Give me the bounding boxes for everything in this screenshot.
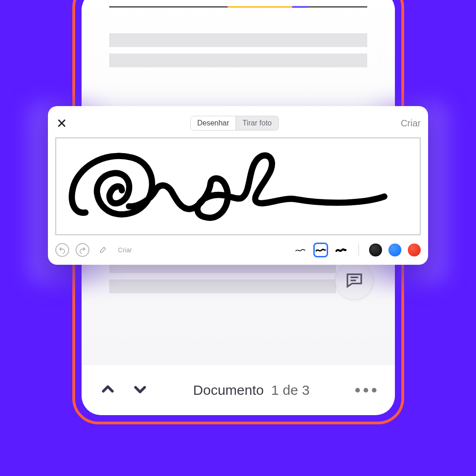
chat-icon <box>345 271 364 290</box>
signature-drawing <box>56 138 420 234</box>
toolbar-label: Criar <box>118 246 132 254</box>
document-title: Documento 1 de 3 <box>148 382 355 398</box>
thickness-medium-icon <box>315 247 326 253</box>
undo-icon <box>59 246 66 254</box>
text-placeholder <box>109 280 336 293</box>
toolbar-divider <box>358 244 359 256</box>
color-blue[interactable] <box>388 244 401 256</box>
prev-document-button[interactable] <box>100 381 116 399</box>
thickness-thick[interactable] <box>334 243 348 257</box>
eraser-icon <box>99 246 106 254</box>
more-options-button[interactable] <box>355 388 376 393</box>
tab-draw[interactable]: Desenhar <box>190 116 236 131</box>
color-black[interactable] <box>369 244 382 256</box>
text-placeholder <box>109 33 367 47</box>
thickness-thick-icon <box>335 247 347 253</box>
eraser-button[interactable] <box>96 243 110 257</box>
chevron-up-icon <box>100 381 116 397</box>
redo-button[interactable] <box>76 243 89 257</box>
text-block <box>109 259 367 300</box>
document-nav-bar: Documento 1 de 3 <box>82 364 395 415</box>
close-button[interactable] <box>55 117 68 130</box>
thickness-selector <box>293 243 348 257</box>
chevron-down-icon <box>132 381 148 397</box>
thickness-thin[interactable] <box>293 243 308 257</box>
signature-canvas[interactable] <box>55 137 421 235</box>
undo-button[interactable] <box>55 243 69 257</box>
close-icon <box>57 118 67 128</box>
document-position: 1 de 3 <box>271 382 310 398</box>
tab-photo[interactable]: Tirar foto <box>236 116 278 131</box>
comments-button[interactable] <box>335 261 374 300</box>
highlight-marker <box>228 6 292 8</box>
next-document-button[interactable] <box>132 381 148 399</box>
signature-modal: Desenhar Tirar foto Criar Criar <box>48 106 428 265</box>
document-label: Documento <box>193 382 264 398</box>
redo-icon <box>79 246 86 254</box>
document-line <box>109 6 367 7</box>
text-placeholder <box>109 54 367 67</box>
thickness-medium[interactable] <box>313 243 328 257</box>
highlight-marker-secondary <box>292 6 308 8</box>
thickness-thin-icon <box>295 247 306 253</box>
signature-toolbar: Criar <box>55 243 421 257</box>
signature-modal-header: Desenhar Tirar foto Criar <box>55 113 421 133</box>
create-button[interactable]: Criar <box>401 118 421 129</box>
signature-mode-tabs: Desenhar Tirar foto <box>68 116 401 131</box>
color-red[interactable] <box>408 244 421 256</box>
